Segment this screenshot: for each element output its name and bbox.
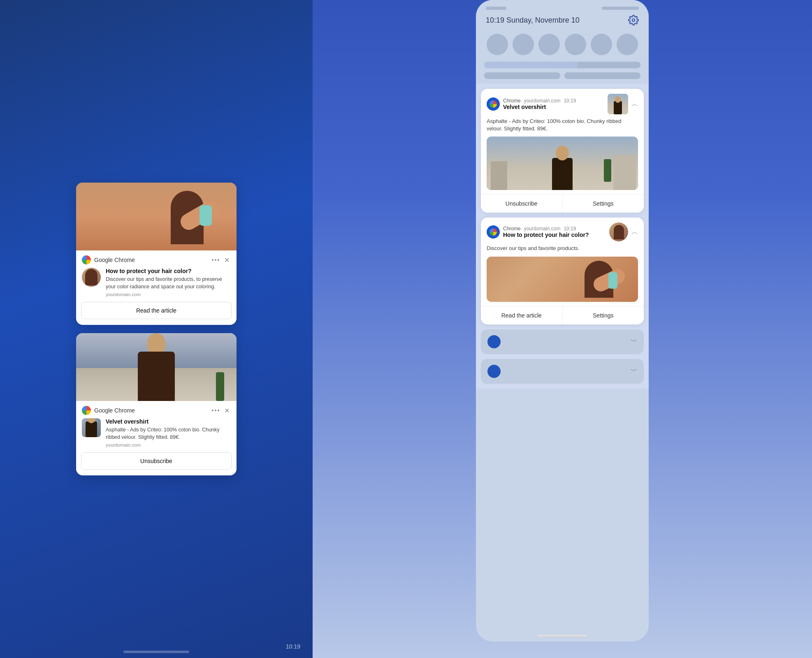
settings-button-1[interactable]: Settings xyxy=(563,195,644,213)
right-panel: 10:19 Sunday, Novembre 10 xyxy=(313,0,812,658)
right-notif-actions-2: Read the article Settings xyxy=(481,306,644,324)
notif-desc-hair: Discover our tips and favorite products,… xyxy=(106,276,231,290)
read-article-button-right[interactable]: Read the article xyxy=(481,306,562,324)
settings-button-2[interactable]: Settings xyxy=(563,306,644,324)
unsubscribe-button-left[interactable]: Unsubscribe xyxy=(81,452,232,470)
progress-section xyxy=(476,62,649,84)
right-notif-card-2-header: Chrome yourdomain.com 10:19 How to prote… xyxy=(481,218,644,245)
phone-screen-left: Google Chrome ✕ How to protect your hair… xyxy=(76,183,237,475)
notif-close-button-1[interactable]: ✕ xyxy=(223,256,231,264)
chevron-up-icon-1[interactable]: ︿ xyxy=(631,100,638,109)
right-notif-desc-1: Asphalte - Ads by Criteo: 100% coton bio… xyxy=(481,118,644,137)
notif-title-hair: How to protect your hair color? xyxy=(106,268,231,274)
chrome-logo-icon-2 xyxy=(82,406,91,415)
app-icon-5[interactable] xyxy=(591,34,612,55)
right-notif-img-hair xyxy=(487,257,638,302)
right-thumb-hair-2 xyxy=(609,222,628,241)
app-icon-3[interactable] xyxy=(538,34,560,55)
right-notif-source-1: Chrome xyxy=(503,98,521,104)
right-thumb-man-1 xyxy=(608,94,628,114)
datetime-text: 10:19 Sunday, Novembre 10 xyxy=(486,16,580,25)
right-notif-domain-2: yourdomain.com xyxy=(524,226,561,232)
right-notif-actions-1: Unsubscribe Settings xyxy=(481,194,644,213)
progress-bar-main xyxy=(484,62,640,68)
collapsed-dot-1 xyxy=(487,335,501,348)
settings-gear-icon[interactable] xyxy=(628,15,639,25)
app-icon-2[interactable] xyxy=(513,34,534,55)
status-bar xyxy=(476,0,649,13)
collapsed-dot-2 xyxy=(487,365,501,378)
read-article-button-1[interactable]: Read the article xyxy=(81,302,232,319)
left-time: 10:19 xyxy=(286,643,300,650)
left-panel: Google Chrome ✕ How to protect your hair… xyxy=(0,0,313,658)
notif-close-button-2[interactable]: ✕ xyxy=(223,406,231,415)
notif-desc-man: Asphalte - Ads by Criteo: 100% coton bio… xyxy=(106,426,231,441)
right-notif-desc-2: Discover our tips and favorite products. xyxy=(481,245,644,256)
notif-thumb-man xyxy=(82,418,101,437)
right-notif-card-1-header: Chrome yourdomain.com 10:19 Velvet overs… xyxy=(481,89,644,118)
right-home-indicator xyxy=(538,635,587,637)
status-pill-left xyxy=(486,7,506,10)
right-notif-time-2: 10:19 xyxy=(564,226,576,232)
right-notif-time-1: 10:19 xyxy=(564,98,576,104)
progress-bar-fill xyxy=(484,62,578,68)
notif-thumb-hair xyxy=(82,268,101,287)
right-notifications-body: Chrome yourdomain.com 10:19 Velvet overs… xyxy=(476,84,649,389)
collapsed-item-1[interactable]: ﹀ xyxy=(481,329,644,354)
notif-more-dots-2[interactable] xyxy=(212,410,219,411)
left-home-indicator xyxy=(123,651,189,653)
right-notif-card-2: Chrome yourdomain.com 10:19 How to prote… xyxy=(481,218,644,324)
chevron-down-icon-2: ﹀ xyxy=(631,367,637,375)
progress-row-two xyxy=(484,72,640,79)
app-icon-4[interactable] xyxy=(565,34,586,55)
notif-domain-hair: yourdomain.com xyxy=(106,292,231,297)
app-icon-6[interactable] xyxy=(617,34,638,55)
progress-half-2 xyxy=(564,72,640,79)
collapsed-item-2[interactable]: ﹀ xyxy=(481,359,644,384)
right-chrome-icon-1 xyxy=(487,97,500,111)
notif-chrome-title-2: Google Chrome xyxy=(94,407,209,414)
right-notif-meta-1: Chrome yourdomain.com 10:19 Velvet overs… xyxy=(503,98,604,110)
chevron-up-icon-2[interactable]: ︿ xyxy=(631,228,638,236)
notif-more-dots[interactable] xyxy=(212,259,219,261)
notif-card-hair: Google Chrome ✕ How to protect your hair… xyxy=(76,183,237,325)
right-notif-card-1: Chrome yourdomain.com 10:19 Velvet overs… xyxy=(481,89,644,213)
right-notif-domain-1: yourdomain.com xyxy=(524,98,561,104)
right-notif-source-2: Chrome xyxy=(503,226,521,232)
right-notif-meta-2: Chrome yourdomain.com 10:19 How to prote… xyxy=(503,226,606,238)
app-icon-1[interactable] xyxy=(487,34,508,55)
chevron-down-icon-1: ﹀ xyxy=(631,337,637,346)
notif-chrome-title-1: Google Chrome xyxy=(94,257,209,263)
notif-text-hair: How to protect your hair color? Discover… xyxy=(106,268,231,297)
datetime-row: 10:19 Sunday, Novembre 10 xyxy=(476,13,649,30)
hair-image xyxy=(76,183,237,250)
svg-point-0 xyxy=(632,19,635,22)
notif-card-man: Google Chrome ✕ Velvet overshirt Asphalt… xyxy=(76,333,237,475)
unsubscribe-button-right[interactable]: Unsubscribe xyxy=(481,195,562,213)
notif-title-man: Velvet overshirt xyxy=(106,418,231,425)
notif-text-man: Velvet overshirt Asphalte - Ads by Crite… xyxy=(106,418,231,447)
right-notif-title-2: How to protect your hair color? xyxy=(503,232,606,238)
man-city-image xyxy=(76,333,237,401)
right-notif-img-man xyxy=(487,137,638,190)
chrome-logo-icon xyxy=(82,255,91,264)
notif-card-man-header: Google Chrome ✕ xyxy=(76,401,237,418)
notif-body-hair: How to protect your hair color? Discover… xyxy=(76,268,237,302)
right-chrome-icon-2 xyxy=(487,225,500,239)
right-notif-title-1: Velvet overshirt xyxy=(503,104,604,110)
phone-right: 10:19 Sunday, Novembre 10 xyxy=(476,0,649,642)
notif-domain-man: yourdomain.com xyxy=(106,443,231,447)
notif-body-man: Velvet overshirt Asphalte - Ads by Crite… xyxy=(76,418,237,452)
progress-half-1 xyxy=(484,72,560,79)
notif-card-hair-header: Google Chrome ✕ xyxy=(76,250,237,268)
status-pill-right xyxy=(602,7,639,10)
app-icons-row xyxy=(476,30,649,62)
